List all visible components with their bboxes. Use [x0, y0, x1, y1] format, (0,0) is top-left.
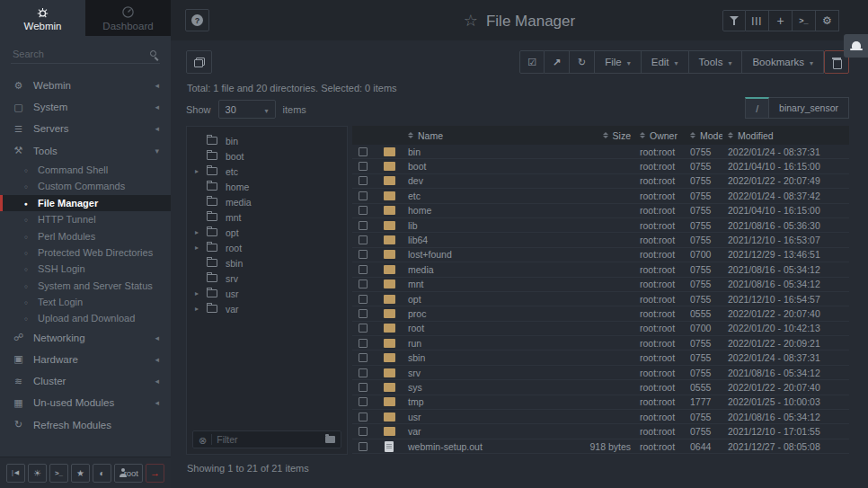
row-checkbox[interactable] — [359, 397, 368, 406]
file-name[interactable]: root — [404, 323, 564, 333]
sidebar-bottom-button[interactable] — [49, 464, 68, 483]
sidebar-bottom-button[interactable] — [6, 464, 25, 483]
sidebar-item[interactable]: HTTP Tunnel — [0, 211, 171, 227]
expand-caret-icon[interactable] — [195, 289, 205, 297]
expand-caret-icon[interactable] — [195, 167, 205, 175]
sidebar-item[interactable]: Text Login — [0, 294, 171, 310]
row-checkbox[interactable] — [359, 162, 368, 171]
table-row[interactable]: run root:root 0755 2022/01/22 - 20:09:21 — [352, 336, 849, 350]
table-row[interactable]: root root:root 0700 2022/01/20 - 10:42:1… — [352, 322, 849, 336]
row-checkbox[interactable] — [359, 206, 368, 215]
tree-item[interactable]: mnt — [187, 209, 347, 225]
toolbar-button[interactable] — [545, 50, 570, 74]
breadcrumb-item[interactable]: / — [745, 97, 769, 119]
table-row[interactable]: lost+found root:root 0700 2021/12/29 - 1… — [352, 248, 849, 262]
table-row[interactable]: tmp root:root 1777 2022/01/25 - 10:00:03 — [352, 395, 849, 410]
tree-item[interactable]: srv — [187, 271, 347, 286]
row-checkbox[interactable] — [359, 279, 368, 288]
sidebar-item[interactable]: Protected Web Directories — [0, 244, 171, 261]
paste-buffer-button[interactable] — [186, 50, 212, 74]
column-header[interactable]: Name — [404, 130, 564, 141]
file-name[interactable]: lib64 — [404, 235, 564, 245]
row-checkbox[interactable] — [359, 413, 368, 421]
row-checkbox[interactable] — [359, 147, 368, 156]
row-checkbox[interactable] — [359, 339, 368, 348]
tab-dashboard[interactable]: Dashboard — [85, 0, 171, 36]
sort-icon[interactable] — [408, 132, 413, 139]
sidebar-item[interactable]: Networking — [0, 327, 171, 349]
header-action-button[interactable] — [769, 10, 793, 31]
file-name[interactable]: srv — [404, 368, 564, 378]
file-name[interactable]: bin — [404, 146, 564, 157]
column-header[interactable]: Modified — [722, 130, 849, 141]
header-action-button[interactable] — [722, 10, 746, 31]
sidebar-item[interactable]: System and Server Status — [0, 277, 171, 293]
row-checkbox[interactable] — [359, 265, 368, 274]
sort-icon[interactable] — [603, 132, 608, 139]
tree-item[interactable]: media — [187, 194, 347, 209]
search-input[interactable] — [11, 46, 160, 64]
sidebar-bottom-button[interactable] — [28, 464, 47, 483]
row-checkbox[interactable] — [359, 295, 368, 304]
sidebar-item[interactable]: Hardware — [0, 349, 171, 370]
file-name[interactable]: media — [404, 264, 564, 275]
table-row[interactable]: home root:root 0755 2021/04/10 - 16:15:0… — [352, 204, 849, 218]
row-checkbox[interactable] — [359, 324, 368, 333]
sidebar-item[interactable]: Command Shell — [0, 162, 171, 178]
table-row[interactable]: proc root:root 0555 2022/01/22 - 20:07:4… — [352, 306, 849, 321]
help-button[interactable] — [185, 9, 209, 31]
file-name[interactable]: tmp — [404, 396, 564, 407]
tree-item[interactable]: boot — [187, 148, 347, 164]
tree-item[interactable]: bin — [187, 133, 347, 148]
file-name[interactable]: mnt — [404, 279, 564, 289]
sort-icon[interactable] — [690, 132, 695, 139]
sort-icon[interactable] — [640, 132, 645, 139]
toolbar-button[interactable] — [519, 50, 545, 74]
table-row[interactable]: sbin root:root 0755 2022/01/24 - 08:37:3… — [352, 350, 849, 365]
row-checkbox[interactable] — [359, 250, 368, 259]
page-size-select[interactable]: 30 — [218, 100, 276, 119]
table-row[interactable]: usr root:root 0755 2021/08/16 - 05:34:12 — [352, 410, 849, 424]
clear-filter-icon[interactable] — [199, 431, 207, 448]
table-row[interactable]: var root:root 0755 2021/12/10 - 17:01:55 — [352, 424, 849, 439]
table-row[interactable]: lib root:root 0755 2021/08/16 - 05:36:30 — [352, 218, 849, 233]
header-action-button[interactable] — [793, 10, 816, 31]
table-row[interactable]: media root:root 0755 2021/08/16 - 05:34:… — [352, 262, 849, 277]
sidebar-item[interactable]: System — [0, 96, 171, 118]
sidebar-item[interactable]: Perl Modules — [0, 227, 171, 244]
sidebar-bottom-button[interactable] — [146, 464, 164, 483]
row-checkbox[interactable] — [359, 442, 368, 451]
file-name[interactable]: lib — [404, 220, 564, 231]
file-name[interactable]: proc — [404, 308, 564, 319]
row-checkbox[interactable] — [359, 309, 368, 318]
column-header[interactable]: Mode — [688, 130, 722, 141]
row-checkbox[interactable] — [359, 353, 368, 362]
notifications-panel-toggle[interactable] — [844, 34, 868, 58]
header-action-button[interactable] — [816, 10, 839, 31]
toolbar-button[interactable] — [570, 50, 595, 74]
tree-filter-input[interactable] — [211, 434, 321, 445]
file-name[interactable]: boot — [404, 161, 564, 172]
sidebar-item[interactable]: Webmin — [0, 75, 171, 96]
row-checkbox[interactable] — [359, 427, 368, 436]
toolbar-button[interactable]: Edit — [642, 50, 689, 74]
folder-icon[interactable] — [325, 436, 335, 443]
row-checkbox[interactable] — [359, 383, 368, 392]
tree-item[interactable]: opt — [187, 225, 347, 240]
table-row[interactable]: bin root:root 0755 2022/01/24 - 08:37:31 — [352, 145, 849, 159]
sidebar-item[interactable]: Refresh Modules — [0, 413, 171, 435]
sidebar-item[interactable]: Cluster — [0, 370, 171, 392]
file-name[interactable]: dev — [404, 175, 564, 186]
tree-item[interactable]: etc — [187, 164, 347, 179]
toolbar-button[interactable]: Bookmarks — [742, 50, 824, 74]
file-name[interactable]: run — [404, 338, 564, 349]
expand-caret-icon[interactable] — [195, 305, 205, 313]
file-name[interactable]: home — [404, 205, 564, 216]
tree-item[interactable]: home — [187, 179, 347, 194]
tab-webmin[interactable]: Webmin — [0, 0, 85, 36]
header-action-button[interactable] — [746, 10, 769, 31]
file-name[interactable]: usr — [404, 412, 564, 422]
table-row[interactable]: mnt root:root 0755 2021/08/16 - 05:34:12 — [352, 278, 849, 292]
sidebar-item[interactable]: SSH Login — [0, 261, 171, 277]
file-name[interactable]: etc — [404, 191, 564, 201]
